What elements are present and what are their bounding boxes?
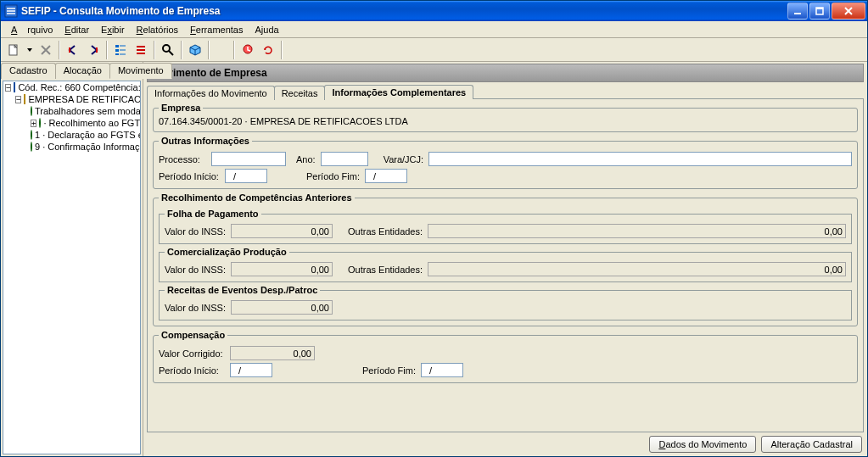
lbl-comp-periodo-inicio: Período Início: [159, 365, 225, 376]
lbl-processo: Processo: [159, 154, 206, 164]
list-icon[interactable] [132, 41, 150, 59]
folder-icon [14, 82, 15, 92]
lbl-ano: Ano: [296, 154, 316, 164]
svg-rect-3 [816, 8, 823, 9]
mtab-info-complementares[interactable]: Informações Complementares [324, 85, 473, 99]
node-icon [31, 142, 32, 152]
tree-root[interactable]: −Cód. Rec.: 660 Competência: 03/20 [3, 81, 140, 93]
input-comerc-outras [428, 262, 846, 276]
lbl-valor-corrigido: Valor Corrigido: [159, 348, 225, 359]
lbl-valor-inss: Valor do INSS: [165, 303, 226, 313]
fieldset-empresa: Empresa 07.164.345/0001-20 · EMPRESA DE … [153, 103, 858, 132]
legend-empresa: Empresa [159, 103, 203, 113]
toolbar-separator [154, 41, 155, 59]
toolbar [1, 38, 867, 62]
fieldset-recolhimento: Recolhimento de Competências Anteriores … [153, 192, 858, 326]
lbl-periodo-inicio: Período Início: [159, 171, 220, 181]
empresa-value: 07.164.345/0001-20 · EMPRESA DE RETIFICA… [159, 116, 852, 126]
tree-item[interactable]: 1 · Declaração ao FGTS e · [3, 129, 140, 141]
maximize-button[interactable] [809, 3, 830, 20]
menubar: Arquivo Editar Exibir Relatórios Ferrame… [1, 21, 867, 38]
fieldset-folha: Folha de Pagamento Valor do INSS: Outras… [159, 209, 852, 244]
toolbar-separator [233, 41, 235, 59]
svg-rect-6 [96, 47, 98, 53]
btn-alteracao-cadastral[interactable]: Alteração Cadastral [761, 436, 862, 453]
svg-rect-9 [115, 53, 119, 55]
input-vara[interactable] [428, 152, 852, 166]
minimize-button[interactable] [787, 3, 808, 20]
input-comp-periodo-fim[interactable] [421, 363, 463, 377]
flag-red-icon[interactable] [238, 41, 257, 59]
mtab-info-movimento[interactable]: Informações do Movimento [147, 86, 275, 100]
toolbar-separator [208, 41, 210, 59]
arrow-fwd-icon[interactable] [84, 41, 103, 59]
dropdown-arrow-icon[interactable] [25, 41, 35, 59]
legend-outras: Outras Informações [159, 136, 252, 146]
tab-movimento[interactable]: Movimento [109, 63, 172, 79]
menu-editar[interactable]: Editar [59, 23, 94, 36]
node-icon [39, 118, 41, 128]
mtab-receitas[interactable]: Receitas [274, 86, 326, 100]
btn-dados-movimento[interactable]: Dados do Movimento [649, 436, 756, 453]
menu-arquivo[interactable]: Arquivo [6, 23, 58, 36]
titlebar: SEFIP - Consulta Movimento de Empresa [1, 1, 867, 21]
lbl-valor-inss: Valor do INSS: [165, 226, 226, 237]
form-area: Empresa 07.164.345/0001-20 · EMPRESA DE … [147, 98, 864, 432]
svg-rect-5 [69, 47, 70, 53]
input-folha-inss [231, 224, 333, 238]
menu-relatorios[interactable]: Relatórios [132, 23, 184, 36]
tree-item[interactable]: +· Recolhimento ao FGTS [3, 117, 140, 129]
fieldset-outras: Outras Informações Processo: Ano: Vara/J… [153, 136, 858, 189]
input-periodo-inicio[interactable] [225, 169, 267, 183]
input-comp-periodo-inicio[interactable] [230, 363, 272, 377]
delete-icon[interactable] [36, 41, 55, 59]
svg-rect-8 [115, 49, 119, 52]
tree-item[interactable]: Trabalhadores sem modalid [3, 105, 140, 117]
search-icon[interactable] [159, 41, 177, 59]
arrow-back-icon[interactable] [64, 41, 82, 59]
legend-recolhimento: Recolhimento de Competências Anteriores [159, 192, 355, 203]
svg-point-10 [163, 45, 170, 52]
fieldset-compensacao: Compensação Valor Corrigido: Período Iní… [153, 330, 858, 383]
fieldset-comerc: Comercialização Produção Valor do INSS: … [159, 247, 852, 282]
toolbar-separator [59, 41, 60, 59]
fieldset-receitas: Receitas de Eventos Desp./Patroc Valor d… [159, 285, 852, 320]
menu-ajuda[interactable]: Ajuda [249, 23, 283, 36]
tree-item[interactable]: 9 · Confirmação Informaçõe [3, 141, 140, 153]
toolbar-separator [106, 41, 108, 59]
legend-receitas: Receitas de Eventos Desp./Patroc [165, 285, 320, 295]
company-icon [24, 94, 25, 104]
legend-comerc: Comercialização Produção [165, 247, 289, 257]
input-receitas-inss [231, 300, 333, 315]
tree-icon[interactable] [111, 41, 130, 59]
input-folha-outras [428, 224, 846, 238]
menu-exibir[interactable]: Exibir [96, 23, 130, 36]
refresh-icon[interactable] [259, 41, 277, 59]
lbl-periodo-fim: Período Fim: [306, 171, 360, 181]
lbl-vara: Vara/JCJ: [384, 154, 423, 164]
tree-view[interactable]: −Cód. Rec.: 660 Competência: 03/20 −EMPR… [3, 81, 141, 454]
main-panel: Movimento de Empresa Informações do Movi… [143, 62, 867, 456]
node-icon [31, 130, 32, 140]
toolbar-separator [281, 41, 283, 59]
svg-rect-1 [794, 13, 801, 14]
main-title: Movimento de Empresa [147, 64, 864, 82]
svg-rect-7 [115, 45, 119, 47]
tab-cadastro[interactable]: Cadastro [1, 63, 56, 79]
cube-icon[interactable] [186, 41, 204, 59]
menu-ferramentas[interactable]: Ferramentas [185, 23, 248, 36]
input-processo[interactable] [211, 152, 286, 166]
input-ano[interactable] [321, 152, 368, 166]
input-comerc-inss [231, 262, 333, 276]
lbl-valor-inss: Valor do INSS: [165, 265, 226, 275]
lbl-comp-periodo-fim: Período Fim: [362, 365, 416, 376]
legend-folha: Folha de Pagamento [165, 209, 261, 219]
left-panel: Cadastro Alocação Movimento −Cód. Rec.: … [1, 62, 143, 456]
input-periodo-fim[interactable] [365, 169, 407, 183]
tab-alocacao[interactable]: Alocação [55, 63, 110, 79]
tree-empresa[interactable]: −EMPRESA DE RETIFICACOES [3, 93, 140, 105]
lbl-outras-ent: Outras Entidades: [348, 226, 423, 237]
new-doc-icon[interactable] [4, 41, 23, 59]
legend-compensacao: Compensação [159, 330, 227, 340]
close-button[interactable] [832, 3, 865, 20]
